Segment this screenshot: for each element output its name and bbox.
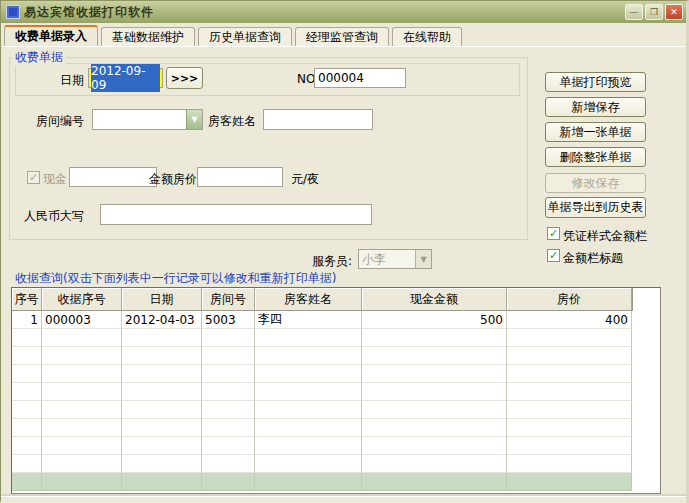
- amount-title-label: 金额栏标题: [563, 250, 623, 267]
- table-empty-cell: [507, 329, 632, 347]
- cell-cash-amount: 500: [362, 311, 507, 329]
- cell-guest-name: 李四: [255, 311, 362, 329]
- table-empty-row: [12, 365, 660, 383]
- tab-history-query[interactable]: 历史单据查询: [198, 27, 292, 46]
- table-empty-cell: [122, 419, 202, 437]
- table-empty-cell: [42, 329, 122, 347]
- table-empty-cell: [255, 455, 362, 473]
- table-empty-cell: [632, 401, 660, 419]
- amount-title-checkbox[interactable]: ✓: [547, 249, 560, 262]
- column-header[interactable]: 序号: [12, 288, 42, 311]
- cell-index: 1: [12, 311, 42, 329]
- voucher-style-checkbox[interactable]: ✓: [547, 227, 560, 240]
- table-empty-cell: [255, 347, 362, 365]
- cell-filler: [632, 311, 660, 329]
- maximize-icon[interactable]: ❐: [645, 4, 663, 20]
- table-empty-cell: [255, 437, 362, 455]
- table-empty-cell: [122, 347, 202, 365]
- receipt-no-input[interactable]: [314, 68, 406, 88]
- column-header[interactable]: 现金金额: [362, 288, 507, 311]
- close-icon[interactable]: ✕: [665, 4, 683, 20]
- date-picker-button[interactable]: >>>: [166, 67, 203, 89]
- query-section-title: 收据查询(双击下面列表中一行记录可以修改和重新打印单据): [12, 270, 339, 287]
- table-empty-cell: [362, 383, 507, 401]
- cell-date: 2012-04-03: [122, 311, 202, 329]
- table-empty-row: [12, 329, 660, 347]
- waiter-combo[interactable]: 小李 ▼: [358, 249, 432, 269]
- table-empty-cell: [42, 365, 122, 383]
- amount-label: 金额: [149, 171, 173, 188]
- save-new-button[interactable]: 新增保存: [545, 97, 646, 117]
- date-value-selected: 2012-09-09: [91, 64, 160, 92]
- guest-name-input[interactable]: [263, 109, 373, 130]
- table-empty-cell: [362, 347, 507, 365]
- table-empty-cell: [42, 383, 122, 401]
- window-title: 易达宾馆收据打印软件: [24, 4, 154, 21]
- table-empty-cell: [122, 401, 202, 419]
- chevron-down-icon[interactable]: ▼: [186, 110, 202, 129]
- table-empty-cell: [42, 437, 122, 455]
- table-empty-row: [12, 347, 660, 365]
- app-window: 易达宾馆收据打印软件 — ❐ ✕ 收费单据录入 基础数据维护 历史单据查询 经理…: [0, 0, 689, 503]
- receipt-group-title: 收费单据: [12, 49, 66, 66]
- minimize-icon[interactable]: —: [625, 4, 643, 20]
- table-empty-cell: [12, 383, 42, 401]
- app-icon: [6, 5, 20, 19]
- table-empty-cell: [632, 383, 660, 401]
- room-no-combo[interactable]: ▼: [92, 109, 203, 130]
- table-empty-cell: [122, 329, 202, 347]
- export-history-button[interactable]: 单据导出到历史表: [545, 197, 646, 218]
- rmb-words-input[interactable]: [100, 204, 372, 225]
- window-controls: — ❐ ✕: [625, 4, 683, 20]
- new-receipt-button[interactable]: 新增一张单据: [545, 122, 646, 142]
- table-empty-cell: [255, 329, 362, 347]
- table-empty-cell: [122, 365, 202, 383]
- delete-receipt-button[interactable]: 删除整张单据: [545, 147, 646, 167]
- receipt-no-label: NO: [297, 72, 315, 86]
- table-empty-cell: [122, 383, 202, 401]
- table-empty-cell: [202, 437, 255, 455]
- receipt-table[interactable]: 序号 收据序号 日期 房间号 房客姓名 现金金额 房价 1 000003 201…: [11, 287, 661, 494]
- table-empty-cell: [362, 437, 507, 455]
- column-header[interactable]: 房价: [507, 288, 632, 311]
- tab-online-help[interactable]: 在线帮助: [392, 27, 462, 46]
- tab-bar: 收费单据录入 基础数据维护 历史单据查询 经理监管查询 在线帮助: [4, 25, 683, 46]
- table-empty-cell: [507, 365, 632, 383]
- tab-base-data[interactable]: 基础数据维护: [101, 27, 195, 46]
- title-bar: 易达宾馆收据打印软件 — ❐ ✕: [1, 1, 686, 23]
- table-empty-cell: [12, 419, 42, 437]
- price-input[interactable]: [197, 167, 283, 187]
- table-empty-cell: [12, 455, 42, 473]
- column-header[interactable]: 日期: [122, 288, 202, 311]
- table-empty-cell: [632, 365, 660, 383]
- waiter-value: 小李: [359, 250, 415, 268]
- table-empty-cell: [255, 419, 362, 437]
- table-empty-cell: [632, 347, 660, 365]
- cash-amount-input[interactable]: [69, 167, 157, 187]
- guest-name-label: 房客姓名: [208, 113, 256, 130]
- column-header-filler: [632, 288, 660, 311]
- table-empty-cell: [632, 329, 660, 347]
- tab-manager-query[interactable]: 经理监管查询: [295, 27, 389, 46]
- table-empty-cell: [255, 383, 362, 401]
- table-empty-cell: [42, 347, 122, 365]
- cash-checkbox[interactable]: ✓: [27, 171, 40, 184]
- column-header[interactable]: 收据序号: [42, 288, 122, 311]
- table-empty-rows: [12, 329, 660, 473]
- table-empty-cell: [632, 455, 660, 473]
- table-row[interactable]: 1 000003 2012-04-03 5003 李四 500 400: [12, 311, 660, 329]
- table-empty-cell: [632, 419, 660, 437]
- save-edit-button: 修改保存: [545, 173, 646, 193]
- status-bar: [1, 496, 686, 503]
- table-empty-cell: [507, 383, 632, 401]
- print-preview-button[interactable]: 单据打印预览: [545, 72, 646, 92]
- column-header[interactable]: 房客姓名: [255, 288, 362, 311]
- table-empty-cell: [12, 437, 42, 455]
- room-no-label: 房间编号: [36, 113, 84, 130]
- table-empty-cell: [202, 383, 255, 401]
- table-empty-cell: [202, 419, 255, 437]
- chevron-down-icon: ▼: [415, 250, 431, 268]
- date-input[interactable]: 2012-09-09: [88, 68, 163, 88]
- tab-receipt-entry[interactable]: 收费单据录入: [4, 25, 98, 46]
- column-header[interactable]: 房间号: [202, 288, 255, 311]
